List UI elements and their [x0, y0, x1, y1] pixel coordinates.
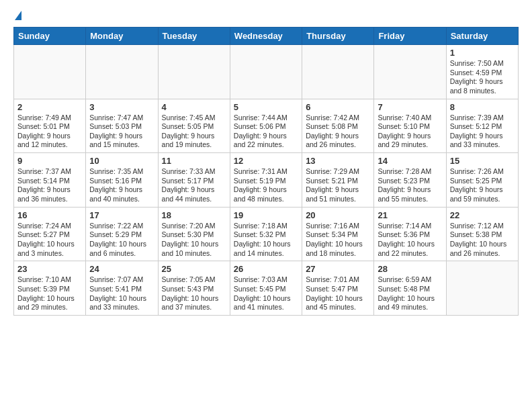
day-info: Sunset: 5:06 PM: [234, 122, 298, 132]
page: SundayMondayTuesdayWednesdayThursdayFrid…: [0, 0, 532, 326]
calendar-cell: 27Sunrise: 7:01 AMSunset: 5:47 PMDayligh…: [302, 261, 374, 316]
calendar-cell: 19Sunrise: 7:18 AMSunset: 5:32 PMDayligh…: [230, 207, 302, 261]
calendar-cell: 14Sunrise: 7:28 AMSunset: 5:23 PMDayligh…: [374, 153, 446, 208]
day-info: Sunrise: 7:03 AM: [234, 275, 298, 285]
calendar-cell: 10Sunrise: 7:35 AMSunset: 5:16 PMDayligh…: [86, 153, 158, 208]
day-info: Daylight: 10 hours and 37 minutes.: [162, 294, 226, 312]
day-info: Sunset: 5:36 PM: [378, 230, 442, 240]
calendar-table: SundayMondayTuesdayWednesdayThursdayFrid…: [13, 27, 519, 316]
col-header-friday: Friday: [374, 28, 446, 45]
day-number: 11: [162, 156, 226, 166]
logo: [13, 11, 21, 21]
day-info: Sunset: 5:30 PM: [162, 230, 226, 240]
day-number: 1: [450, 48, 515, 58]
day-info: Daylight: 10 hours and 45 minutes.: [306, 294, 370, 312]
day-info: Daylight: 9 hours and 12 minutes.: [17, 132, 82, 150]
day-number: 24: [89, 264, 154, 274]
day-info: Sunset: 5:32 PM: [234, 230, 298, 240]
day-info: Sunrise: 7:31 AM: [234, 167, 298, 177]
calendar-cell: 18Sunrise: 7:20 AMSunset: 5:30 PMDayligh…: [158, 207, 230, 261]
calendar-cell: 16Sunrise: 7:24 AMSunset: 5:27 PMDayligh…: [14, 207, 86, 261]
calendar-cell: [230, 45, 302, 99]
day-info: Sunrise: 6:59 AM: [378, 275, 442, 285]
day-number: 26: [234, 264, 298, 274]
day-number: 6: [306, 102, 370, 112]
col-header-wednesday: Wednesday: [230, 28, 302, 45]
calendar-week-row: 23Sunrise: 7:10 AMSunset: 5:39 PMDayligh…: [14, 261, 519, 316]
calendar-cell: 13Sunrise: 7:29 AMSunset: 5:21 PMDayligh…: [302, 153, 374, 208]
day-info: Sunrise: 7:14 AM: [378, 222, 442, 231]
calendar-cell: 7Sunrise: 7:40 AMSunset: 5:10 PMDaylight…: [374, 99, 446, 153]
day-info: Sunrise: 7:49 AM: [17, 113, 82, 123]
day-info: Daylight: 10 hours and 26 minutes.: [450, 240, 515, 258]
day-info: Sunset: 5:01 PM: [17, 122, 82, 132]
calendar-cell: [86, 45, 158, 99]
calendar-cell: [302, 45, 374, 99]
day-info: Sunrise: 7:29 AM: [306, 167, 370, 177]
day-number: 21: [378, 210, 442, 220]
day-info: Sunset: 5:10 PM: [378, 122, 442, 132]
day-info: Sunset: 5:48 PM: [378, 285, 442, 294]
day-info: Sunrise: 7:40 AM: [378, 113, 442, 123]
day-number: 2: [17, 102, 82, 112]
day-number: 27: [306, 264, 370, 274]
day-info: Sunset: 5:39 PM: [17, 285, 82, 294]
day-info: Daylight: 9 hours and 51 minutes.: [306, 185, 370, 203]
day-info: Daylight: 10 hours and 10 minutes.: [162, 240, 226, 258]
day-info: Daylight: 10 hours and 41 minutes.: [234, 294, 298, 312]
day-info: Sunset: 5:03 PM: [89, 122, 154, 132]
day-info: Sunset: 5:34 PM: [306, 230, 370, 240]
calendar-cell: [374, 45, 446, 99]
day-number: 15: [450, 156, 515, 166]
day-info: Daylight: 10 hours and 49 minutes.: [378, 294, 442, 312]
calendar-cell: [158, 45, 230, 99]
day-number: 10: [89, 156, 154, 166]
day-info: Sunrise: 7:44 AM: [234, 113, 298, 123]
day-info: Sunset: 5:05 PM: [162, 122, 226, 132]
calendar-cell: 26Sunrise: 7:03 AMSunset: 5:45 PMDayligh…: [230, 261, 302, 316]
day-info: Daylight: 9 hours and 44 minutes.: [162, 185, 226, 203]
calendar-cell: 11Sunrise: 7:33 AMSunset: 5:17 PMDayligh…: [158, 153, 230, 208]
day-info: Daylight: 9 hours and 33 minutes.: [450, 132, 515, 150]
calendar-week-row: 16Sunrise: 7:24 AMSunset: 5:27 PMDayligh…: [14, 207, 519, 261]
day-info: Daylight: 10 hours and 18 minutes.: [306, 240, 370, 258]
day-info: Sunrise: 7:01 AM: [306, 275, 370, 285]
day-info: Sunrise: 7:05 AM: [162, 275, 226, 285]
calendar-cell: 15Sunrise: 7:26 AMSunset: 5:25 PMDayligh…: [446, 153, 518, 208]
day-info: Sunset: 5:27 PM: [17, 230, 82, 240]
day-info: Sunrise: 7:42 AM: [306, 113, 370, 123]
day-info: Sunrise: 7:47 AM: [89, 113, 154, 123]
day-info: Sunset: 5:41 PM: [89, 285, 154, 294]
day-info: Sunset: 5:16 PM: [89, 177, 154, 186]
day-number: 3: [89, 102, 154, 112]
logo-triangle-icon: [15, 11, 21, 20]
day-info: Sunset: 5:21 PM: [306, 177, 370, 186]
col-header-monday: Monday: [86, 28, 158, 45]
calendar-cell: 5Sunrise: 7:44 AMSunset: 5:06 PMDaylight…: [230, 99, 302, 153]
day-info: Sunset: 5:23 PM: [378, 177, 442, 186]
day-info: Sunrise: 7:20 AM: [162, 222, 226, 231]
day-number: 4: [162, 102, 226, 112]
day-number: 14: [378, 156, 442, 166]
day-number: 12: [234, 156, 298, 166]
day-number: 5: [234, 102, 298, 112]
day-number: 9: [17, 156, 82, 166]
day-info: Daylight: 9 hours and 22 minutes.: [234, 132, 298, 150]
day-info: Sunset: 5:12 PM: [450, 122, 515, 132]
col-header-thursday: Thursday: [302, 28, 374, 45]
day-info: Sunrise: 7:37 AM: [17, 167, 82, 177]
day-info: Daylight: 10 hours and 6 minutes.: [89, 240, 154, 258]
day-info: Sunset: 5:43 PM: [162, 285, 226, 294]
day-info: Sunrise: 7:12 AM: [450, 222, 515, 231]
day-info: Daylight: 10 hours and 3 minutes.: [17, 240, 82, 258]
day-info: Sunset: 5:47 PM: [306, 285, 370, 294]
day-info: Sunset: 5:14 PM: [17, 177, 82, 186]
day-info: Daylight: 9 hours and 55 minutes.: [378, 185, 442, 203]
day-info: Daylight: 9 hours and 26 minutes.: [306, 132, 370, 150]
day-info: Sunrise: 7:16 AM: [306, 222, 370, 231]
calendar-week-row: 2Sunrise: 7:49 AMSunset: 5:01 PMDaylight…: [14, 99, 519, 153]
day-info: Sunset: 5:38 PM: [450, 230, 515, 240]
day-info: Sunset: 5:08 PM: [306, 122, 370, 132]
calendar-cell: 28Sunrise: 6:59 AMSunset: 5:48 PMDayligh…: [374, 261, 446, 316]
day-number: 8: [450, 102, 515, 112]
